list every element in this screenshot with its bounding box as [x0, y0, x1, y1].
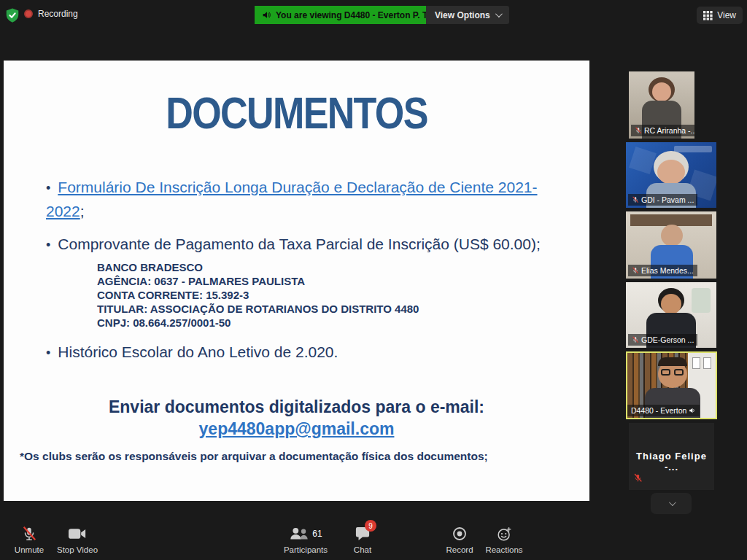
background-frame — [692, 357, 700, 369]
bank-line: CNPJ: 08.664.257/0001-50 — [97, 316, 419, 330]
chevron-down-icon — [668, 499, 676, 506]
muted-mic-icon — [21, 525, 37, 542]
bullet1-suffix: ; — [80, 203, 85, 219]
bottom-toolbar: Unmute Stop Video 61 Participants 9 Chat — [0, 519, 747, 560]
avatar-glasses — [674, 369, 684, 376]
recording-dot-icon — [24, 9, 33, 18]
chat-icon: 9 — [355, 525, 371, 542]
stop-video-button[interactable]: Stop Video — [55, 525, 100, 554]
participant-name: Elias Mendes... — [641, 266, 694, 275]
chat-label: Chat — [354, 545, 371, 554]
participant-name: D4480 - Everton — [631, 406, 686, 415]
participants-button[interactable]: 61 Participants — [281, 525, 330, 554]
participants-label: Participants — [284, 545, 328, 554]
bank-line: AGÊNCIA: 0637 - PALMARES PAULISTA — [97, 274, 419, 288]
chat-button[interactable]: 9 Chat — [345, 525, 380, 554]
slide-footnote: *Os clubs serão os responsáveis por arqu… — [20, 450, 488, 463]
bullet-marker: • — [46, 181, 50, 195]
bank-line: CONTA CORRENTE: 15.392-3 — [97, 288, 419, 302]
chat-unread-badge: 9 — [365, 520, 376, 532]
participant-video[interactable]: Thiago Felipe -... — [629, 423, 714, 490]
bank-details: BANCO BRADESCO AGÊNCIA: 0637 - PALMARES … — [97, 260, 419, 330]
participant-name: Thiago Felipe -... — [629, 451, 714, 472]
avatar-hair — [658, 357, 687, 366]
form-inscricao-link[interactable]: Formulário De Inscrição Longa Duração e … — [46, 179, 538, 219]
bullet2-text: Comprovante de Pagamento da Taxa Parcial… — [58, 236, 540, 252]
chevron-down-icon — [495, 10, 503, 18]
bullet-formulario: •Formulário De Inscrição Longa Duração e… — [46, 176, 549, 222]
avatar — [661, 294, 681, 314]
participant-video[interactable]: RC Ariranha -... — [629, 71, 694, 139]
unmute-button[interactable]: Unmute — [7, 525, 51, 554]
reactions-label: Reactions — [485, 545, 522, 554]
background-frame — [703, 357, 711, 369]
record-button[interactable]: Record — [438, 525, 481, 554]
bullet-comprovante: •Comprovante de Pagamento da Taxa Parcia… — [46, 233, 557, 257]
recording-indicator[interactable]: Recording — [24, 9, 78, 19]
participant-name-badge: Elias Mendes... — [628, 265, 697, 276]
speaker-icon — [262, 10, 271, 20]
view-options-label: View Options — [435, 10, 490, 20]
bullet3-text: Histórico Escolar do Ano Letivo de 2.020… — [58, 343, 338, 360]
grid-icon — [703, 11, 713, 20]
view-options-button[interactable]: View Options — [426, 6, 509, 24]
unmute-label: Unmute — [15, 545, 44, 554]
reactions-smiley-icon — [497, 525, 512, 542]
avatar — [657, 160, 685, 184]
rotary-logo — [674, 146, 712, 152]
reactions-button[interactable]: Reactions — [481, 525, 527, 554]
view-button[interactable]: View — [697, 7, 743, 24]
video-camera-icon — [69, 525, 86, 542]
participant-name: GDI - Pavam ... — [641, 195, 694, 204]
muted-mic-icon — [632, 336, 639, 343]
zoom-meeting-window: Recording You are viewing D4480 - Everto… — [0, 0, 747, 560]
muted-mic-icon — [633, 472, 643, 486]
background-plant — [692, 288, 711, 313]
participant-name-badge: GDI - Pavam ... — [628, 194, 697, 206]
participant-video[interactable]: GDI - Pavam ... — [626, 142, 716, 208]
participant-name-badge: D4480 - Everton — [627, 405, 700, 416]
bank-line: BANCO BRADESCO — [97, 260, 419, 274]
bank-line: TITULAR: ASSOCIAÇÃO DE ROTARIANOS DO DIS… — [97, 302, 419, 316]
muted-mic-icon — [632, 196, 639, 203]
muted-mic-icon — [635, 127, 642, 134]
avatar — [652, 82, 671, 101]
avatar-glasses — [661, 369, 670, 376]
participant-name: GDE-Gerson ... — [641, 335, 694, 344]
email-heading: Enviar documentos digitalizados para o e… — [4, 397, 589, 417]
avatar — [661, 225, 683, 246]
top-bar: Recording You are viewing D4480 - Everto… — [0, 0, 747, 31]
participants-icon: 61 — [289, 525, 322, 542]
record-label: Record — [446, 545, 473, 554]
participant-name-badge: GDE-Gerson ... — [628, 334, 697, 346]
participant-video[interactable]: GDE-Gerson ... — [626, 282, 716, 348]
security-shield-icon[interactable] — [4, 7, 20, 23]
stop-video-label: Stop Video — [57, 545, 98, 554]
more-participants-button[interactable] — [651, 493, 692, 514]
recording-label: Recording — [38, 9, 78, 19]
shared-screen-slide: DOCUMENTOS •Formulário De Inscrição Long… — [4, 61, 589, 501]
participant-video-active[interactable]: D4480 - Everton — [626, 351, 717, 419]
speaking-audio-icon — [689, 407, 696, 414]
bullet-marker: • — [46, 238, 50, 252]
participant-name-badge: RC Ariranha -... — [631, 125, 694, 136]
slide-title: DOCUMENTOS — [50, 87, 543, 139]
email-link-row: yep4480app@gmail.com — [4, 419, 589, 439]
background-decoration — [629, 147, 657, 174]
bullet-historico: •Histórico Escolar do Ano Letivo de 2.02… — [46, 341, 557, 365]
bullet-marker: • — [46, 346, 50, 360]
muted-mic-icon — [632, 267, 639, 274]
participants-count: 61 — [312, 529, 322, 539]
record-icon — [452, 525, 467, 542]
participant-name: RC Ariranha -... — [644, 126, 694, 135]
email-link[interactable]: yep4480app@gmail.com — [199, 419, 395, 438]
view-label: View — [717, 10, 736, 20]
participant-video[interactable]: Elias Mendes... — [626, 211, 716, 279]
